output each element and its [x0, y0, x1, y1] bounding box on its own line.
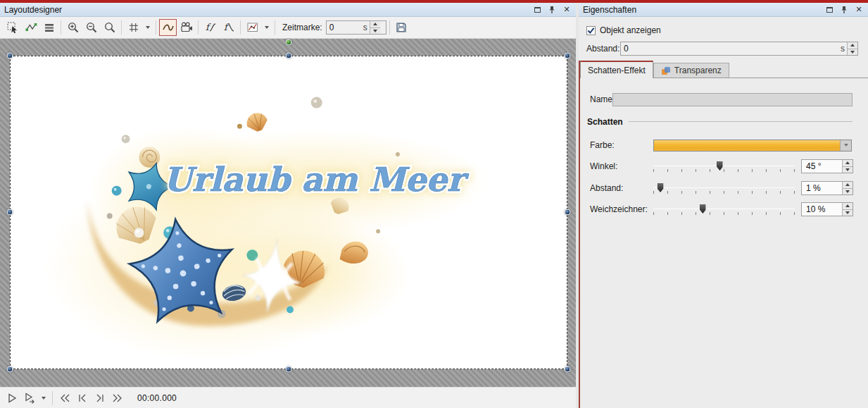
- step-back-button[interactable]: [75, 390, 90, 406]
- keyframe-chart-button[interactable]: [244, 19, 261, 36]
- eigenschaften-titlebar[interactable]: Eigenschaften ✕: [579, 3, 868, 17]
- resize-handle-mid-right[interactable]: [565, 209, 571, 216]
- weichzeichner-spin-down[interactable]: [842, 209, 853, 216]
- weichzeichner-value[interactable]: 10 %: [802, 204, 842, 214]
- zeitmarke-field: s: [326, 20, 386, 35]
- resize-handle-mid-left[interactable]: [7, 209, 13, 216]
- rewind-button[interactable]: [57, 390, 73, 406]
- resize-handle-bottom-left[interactable]: [7, 366, 13, 373]
- zeitmarke-spin-down[interactable]: [370, 27, 380, 35]
- zoom-in-icon[interactable]: [64, 19, 82, 36]
- grid-options-caret[interactable]: [143, 19, 153, 36]
- fade-in-curve-button[interactable]: f: [201, 19, 219, 36]
- play-options-caret[interactable]: [39, 390, 48, 406]
- tab-schatten-effekt[interactable]: Schatten-Effekt: [580, 61, 653, 78]
- shadow-color-picker[interactable]: [653, 140, 852, 152]
- schatten-abstand-value[interactable]: 1 %: [802, 183, 842, 193]
- play-from-timemark-button[interactable]: [22, 390, 37, 406]
- select-tool-button[interactable]: [4, 19, 21, 36]
- camera-path-button[interactable]: [177, 19, 195, 36]
- fast-forward-button[interactable]: [110, 390, 125, 406]
- abstand-spin-up[interactable]: [847, 42, 857, 49]
- weichzeichner-slider[interactable]: [653, 202, 795, 216]
- fade-out-curve-button[interactable]: f: [220, 19, 237, 36]
- shadow-color-swatch: [654, 140, 840, 151]
- zoom-fit-icon[interactable]: [101, 19, 118, 36]
- canvas-area[interactable]: Urlaub am Meer Urlaub am Meer: [0, 39, 576, 387]
- schatten-abstand-label: Abstand:: [590, 183, 623, 193]
- effect-tab-strip: Schatten-Effekt Transparenz: [580, 61, 868, 78]
- weichzeichner-row: Weichzeichner: 10 %: [580, 202, 868, 216]
- grid-icon[interactable]: [125, 19, 142, 36]
- winkel-value[interactable]: 45 °: [802, 161, 842, 171]
- show-object-row: Objekt anzeigen: [586, 25, 661, 35]
- svg-text:f: f: [224, 22, 229, 32]
- layout-toolbar: f f Zeitmarke: s: [0, 17, 576, 39]
- maximize-icon[interactable]: [532, 5, 542, 15]
- schatten-abstand-spin-down[interactable]: [842, 188, 853, 195]
- toolbar-separator: [198, 20, 199, 35]
- winkel-value-box: 45 °: [801, 159, 853, 173]
- rotate-handle[interactable]: [286, 39, 292, 46]
- step-forward-button[interactable]: [92, 390, 108, 406]
- time-display: 00:00.000: [137, 393, 177, 403]
- schatten-abstand-value-box: 1 %: [801, 181, 853, 195]
- schatten-abstand-row: Abstand: 1 %: [580, 181, 868, 195]
- close-icon[interactable]: ✕: [562, 5, 572, 15]
- abstand-unit: s: [841, 44, 847, 54]
- winkel-spin-down[interactable]: [842, 166, 853, 173]
- farbe-label: Farbe:: [590, 140, 615, 150]
- curve-mode-button[interactable]: [159, 19, 177, 36]
- selected-object-artwork[interactable]: Urlaub am Meer Urlaub am Meer: [11, 56, 567, 369]
- resize-handle-bottom-center[interactable]: [286, 366, 292, 373]
- winkel-label: Winkel:: [590, 161, 617, 171]
- eigenschaften-title: Eigenschaften: [583, 5, 824, 15]
- zeitmarke-unit: s: [363, 23, 370, 32]
- abstand-spin-down[interactable]: [847, 49, 857, 56]
- toolbar-separator: [156, 20, 156, 35]
- weichzeichner-spin-up[interactable]: [842, 203, 853, 209]
- layoutdesigner-title: Layoutdesigner: [4, 5, 532, 15]
- winkel-slider[interactable]: [653, 159, 795, 173]
- resize-handle-top-center[interactable]: [286, 53, 292, 59]
- toolbar-separator: [240, 20, 241, 35]
- zeitmarke-label: Zeitmarke:: [282, 23, 322, 32]
- abstand-input[interactable]: [621, 44, 841, 54]
- layers-list-button[interactable]: [40, 19, 58, 36]
- node-edit-tool-button[interactable]: [22, 19, 39, 36]
- transparency-icon: [661, 66, 671, 75]
- pin-icon[interactable]: [547, 5, 557, 15]
- show-object-checkbox[interactable]: [586, 26, 596, 35]
- winkel-row: Winkel: 45 °: [580, 159, 868, 173]
- panel-accent-line: [579, 61, 580, 408]
- schatten-section-title: Schatten: [587, 117, 629, 127]
- zeitmarke-input[interactable]: [327, 23, 363, 32]
- resize-handle-bottom-right[interactable]: [565, 366, 571, 373]
- close-icon[interactable]: ✕: [854, 5, 864, 15]
- keyframe-options-caret[interactable]: [262, 19, 272, 36]
- schatten-abstand-slider[interactable]: [653, 181, 795, 195]
- toolbar-separator: [275, 20, 275, 35]
- weichzeichner-label: Weichzeichner:: [590, 204, 648, 214]
- layoutdesigner-titlebar[interactable]: Layoutdesigner ✕: [0, 3, 576, 17]
- headline-text: Urlaub am Meer: [163, 160, 470, 199]
- resize-handle-top-left[interactable]: [7, 53, 13, 59]
- toolbar-separator: [389, 20, 390, 35]
- color-dropdown-caret[interactable]: [840, 140, 851, 151]
- resize-handle-top-right[interactable]: [565, 53, 571, 59]
- headline-text-group[interactable]: Urlaub am Meer Urlaub am Meer: [163, 160, 470, 199]
- zoom-out-icon[interactable]: [82, 19, 100, 36]
- slide-canvas[interactable]: Urlaub am Meer Urlaub am Meer: [10, 56, 567, 369]
- zeitmarke-spin-up[interactable]: [370, 21, 380, 27]
- maximize-icon[interactable]: [824, 5, 834, 15]
- schatten-abstand-spin-up[interactable]: [842, 182, 853, 188]
- tab-transparenz[interactable]: Transparenz: [653, 63, 729, 78]
- abstand-field: s: [620, 42, 858, 56]
- schatten-section-header: Schatten: [580, 115, 868, 129]
- farbe-row: Farbe:: [580, 138, 868, 152]
- pin-icon[interactable]: [839, 5, 849, 15]
- winkel-spin-up[interactable]: [842, 160, 853, 166]
- play-button[interactable]: [4, 390, 20, 406]
- name-input[interactable]: [612, 93, 853, 106]
- save-layout-button[interactable]: [393, 19, 410, 36]
